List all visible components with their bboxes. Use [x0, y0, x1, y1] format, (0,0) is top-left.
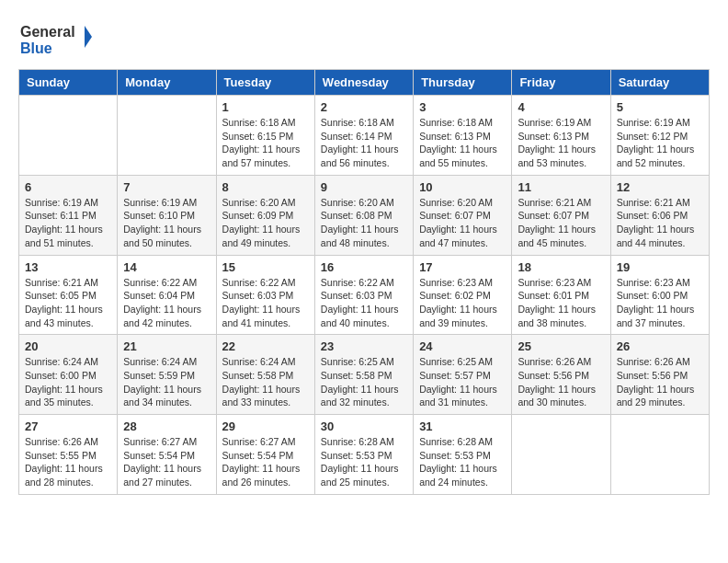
day-info: Sunrise: 6:23 AM Sunset: 6:00 PM Dayligh…	[617, 276, 703, 330]
day-info: Sunrise: 6:20 AM Sunset: 6:07 PM Dayligh…	[419, 196, 506, 250]
weekday-header-sunday: Sunday	[19, 70, 118, 96]
day-cell: 6Sunrise: 6:19 AM Sunset: 6:11 PM Daylig…	[19, 175, 118, 255]
day-cell: 8Sunrise: 6:20 AM Sunset: 6:09 PM Daylig…	[216, 175, 314, 255]
svg-text:General: General	[20, 24, 75, 40]
svg-text:Blue: Blue	[20, 40, 52, 56]
day-cell	[19, 96, 118, 176]
day-cell: 17Sunrise: 6:23 AM Sunset: 6:02 PM Dayli…	[414, 255, 512, 335]
day-number: 11	[518, 180, 604, 194]
day-cell: 11Sunrise: 6:21 AM Sunset: 6:07 PM Dayli…	[512, 175, 610, 255]
week-row-5: 27Sunrise: 6:26 AM Sunset: 5:55 PM Dayli…	[19, 415, 710, 495]
day-info: Sunrise: 6:26 AM Sunset: 5:56 PM Dayligh…	[617, 355, 703, 409]
day-number: 6	[25, 180, 111, 194]
day-number: 13	[25, 260, 111, 274]
day-cell: 29Sunrise: 6:27 AM Sunset: 5:54 PM Dayli…	[216, 415, 314, 495]
logo-svg: General Blue	[18, 18, 92, 60]
day-info: Sunrise: 6:23 AM Sunset: 6:01 PM Dayligh…	[518, 276, 604, 330]
day-cell: 13Sunrise: 6:21 AM Sunset: 6:05 PM Dayli…	[19, 255, 118, 335]
weekday-header-friday: Friday	[512, 70, 610, 96]
weekday-header-wednesday: Wednesday	[314, 70, 413, 96]
day-info: Sunrise: 6:27 AM Sunset: 5:54 PM Dayligh…	[222, 435, 309, 489]
day-info: Sunrise: 6:22 AM Sunset: 6:03 PM Dayligh…	[222, 276, 309, 330]
day-cell: 2Sunrise: 6:18 AM Sunset: 6:14 PM Daylig…	[314, 96, 413, 176]
day-number: 27	[25, 419, 111, 433]
day-info: Sunrise: 6:26 AM Sunset: 5:56 PM Dayligh…	[518, 355, 604, 409]
day-info: Sunrise: 6:25 AM Sunset: 5:57 PM Dayligh…	[419, 355, 506, 409]
day-number: 12	[617, 180, 703, 194]
weekday-header-thursday: Thursday	[414, 70, 512, 96]
week-row-2: 6Sunrise: 6:19 AM Sunset: 6:11 PM Daylig…	[19, 175, 710, 255]
day-number: 23	[321, 339, 407, 353]
day-cell: 19Sunrise: 6:23 AM Sunset: 6:00 PM Dayli…	[610, 255, 709, 335]
day-info: Sunrise: 6:26 AM Sunset: 5:55 PM Dayligh…	[25, 435, 111, 489]
week-row-4: 20Sunrise: 6:24 AM Sunset: 6:00 PM Dayli…	[19, 335, 710, 415]
day-info: Sunrise: 6:24 AM Sunset: 6:00 PM Dayligh…	[25, 355, 111, 409]
day-cell: 4Sunrise: 6:19 AM Sunset: 6:13 PM Daylig…	[512, 96, 610, 176]
day-cell: 21Sunrise: 6:24 AM Sunset: 5:59 PM Dayli…	[118, 335, 216, 415]
day-info: Sunrise: 6:25 AM Sunset: 5:58 PM Dayligh…	[321, 355, 407, 409]
day-number: 4	[518, 100, 604, 114]
day-number: 31	[419, 419, 506, 433]
week-row-1: 1Sunrise: 6:18 AM Sunset: 6:15 PM Daylig…	[19, 96, 710, 176]
svg-marker-2	[85, 26, 92, 48]
day-number: 20	[25, 339, 111, 353]
day-cell: 26Sunrise: 6:26 AM Sunset: 5:56 PM Dayli…	[610, 335, 709, 415]
logo: General Blue	[18, 18, 92, 60]
day-cell: 16Sunrise: 6:22 AM Sunset: 6:03 PM Dayli…	[314, 255, 413, 335]
day-number: 14	[123, 260, 210, 274]
week-row-3: 13Sunrise: 6:21 AM Sunset: 6:05 PM Dayli…	[19, 255, 710, 335]
day-info: Sunrise: 6:21 AM Sunset: 6:05 PM Dayligh…	[25, 276, 111, 330]
header: General Blue	[18, 18, 710, 60]
day-cell: 9Sunrise: 6:20 AM Sunset: 6:08 PM Daylig…	[314, 175, 413, 255]
day-cell: 28Sunrise: 6:27 AM Sunset: 5:54 PM Dayli…	[118, 415, 216, 495]
day-number: 5	[617, 100, 703, 114]
day-info: Sunrise: 6:21 AM Sunset: 6:06 PM Dayligh…	[617, 196, 703, 250]
day-cell: 27Sunrise: 6:26 AM Sunset: 5:55 PM Dayli…	[19, 415, 118, 495]
weekday-header-monday: Monday	[118, 70, 216, 96]
day-info: Sunrise: 6:18 AM Sunset: 6:13 PM Dayligh…	[419, 116, 506, 170]
day-cell: 23Sunrise: 6:25 AM Sunset: 5:58 PM Dayli…	[314, 335, 413, 415]
day-info: Sunrise: 6:22 AM Sunset: 6:03 PM Dayligh…	[321, 276, 407, 330]
day-cell: 22Sunrise: 6:24 AM Sunset: 5:58 PM Dayli…	[216, 335, 314, 415]
day-info: Sunrise: 6:19 AM Sunset: 6:11 PM Dayligh…	[25, 196, 111, 250]
logo-container: General Blue	[18, 18, 92, 60]
day-number: 1	[222, 100, 309, 114]
weekday-header-tuesday: Tuesday	[216, 70, 314, 96]
day-cell	[118, 96, 216, 176]
day-info: Sunrise: 6:19 AM Sunset: 6:13 PM Dayligh…	[518, 116, 604, 170]
day-cell: 10Sunrise: 6:20 AM Sunset: 6:07 PM Dayli…	[414, 175, 512, 255]
day-cell: 3Sunrise: 6:18 AM Sunset: 6:13 PM Daylig…	[414, 96, 512, 176]
day-number: 8	[222, 180, 309, 194]
day-number: 9	[321, 180, 407, 194]
day-cell: 14Sunrise: 6:22 AM Sunset: 6:04 PM Dayli…	[118, 255, 216, 335]
day-number: 17	[419, 260, 506, 274]
day-number: 15	[222, 260, 309, 274]
day-info: Sunrise: 6:23 AM Sunset: 6:02 PM Dayligh…	[419, 276, 506, 330]
day-info: Sunrise: 6:28 AM Sunset: 5:53 PM Dayligh…	[419, 435, 506, 489]
day-cell: 25Sunrise: 6:26 AM Sunset: 5:56 PM Dayli…	[512, 335, 610, 415]
weekday-header-saturday: Saturday	[610, 70, 709, 96]
day-cell: 1Sunrise: 6:18 AM Sunset: 6:15 PM Daylig…	[216, 96, 314, 176]
weekday-header-row: SundayMondayTuesdayWednesdayThursdayFrid…	[19, 70, 710, 96]
day-info: Sunrise: 6:22 AM Sunset: 6:04 PM Dayligh…	[123, 276, 210, 330]
day-number: 22	[222, 339, 309, 353]
day-info: Sunrise: 6:28 AM Sunset: 5:53 PM Dayligh…	[321, 435, 407, 489]
day-number: 18	[518, 260, 604, 274]
day-number: 10	[419, 180, 506, 194]
day-cell: 20Sunrise: 6:24 AM Sunset: 6:00 PM Dayli…	[19, 335, 118, 415]
day-cell: 24Sunrise: 6:25 AM Sunset: 5:57 PM Dayli…	[414, 335, 512, 415]
day-number: 19	[617, 260, 703, 274]
day-info: Sunrise: 6:18 AM Sunset: 6:15 PM Dayligh…	[222, 116, 309, 170]
day-cell	[610, 415, 709, 495]
day-number: 25	[518, 339, 604, 353]
day-number: 29	[222, 419, 309, 433]
day-cell: 7Sunrise: 6:19 AM Sunset: 6:10 PM Daylig…	[118, 175, 216, 255]
day-info: Sunrise: 6:19 AM Sunset: 6:12 PM Dayligh…	[617, 116, 703, 170]
day-number: 7	[123, 180, 210, 194]
day-number: 28	[123, 419, 210, 433]
day-info: Sunrise: 6:18 AM Sunset: 6:14 PM Dayligh…	[321, 116, 407, 170]
day-number: 2	[321, 100, 407, 114]
day-number: 16	[321, 260, 407, 274]
day-cell: 18Sunrise: 6:23 AM Sunset: 6:01 PM Dayli…	[512, 255, 610, 335]
day-info: Sunrise: 6:24 AM Sunset: 5:59 PM Dayligh…	[123, 355, 210, 409]
